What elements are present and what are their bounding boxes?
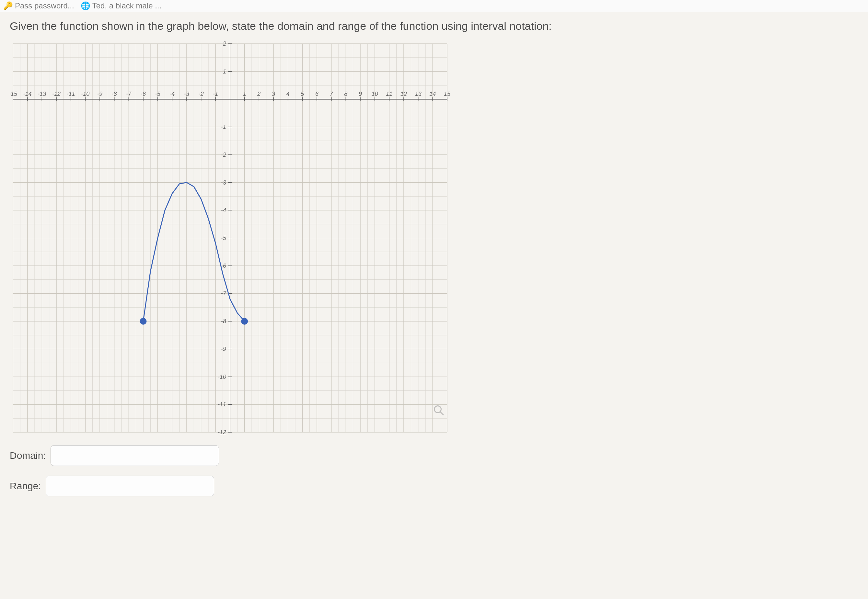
globe-icon: 🌐: [81, 1, 91, 11]
svg-text:-6: -6: [140, 91, 146, 97]
svg-point-228: [435, 406, 441, 412]
chart-svg: -15-14-13-12-11-10-9-8-7-6-5-4-3-2-11234…: [10, 41, 450, 435]
domain-row: Domain:: [10, 445, 858, 466]
svg-text:2: 2: [223, 41, 226, 47]
svg-text:-4: -4: [221, 207, 226, 214]
svg-text:-13: -13: [38, 91, 46, 97]
range-label: Range:: [10, 480, 41, 492]
domain-input[interactable]: [51, 445, 219, 466]
svg-text:10: 10: [371, 91, 378, 97]
svg-text:-9: -9: [221, 346, 226, 352]
svg-text:-10: -10: [81, 91, 89, 97]
svg-text:-12: -12: [218, 429, 226, 435]
svg-text:-5: -5: [221, 235, 226, 241]
svg-text:6: 6: [315, 91, 319, 97]
svg-text:7: 7: [330, 91, 334, 97]
svg-text:15: 15: [444, 91, 450, 97]
svg-text:-1: -1: [221, 124, 226, 130]
svg-text:-3: -3: [221, 179, 226, 185]
question-text: Given the function shown in the graph be…: [10, 18, 858, 34]
svg-text:4: 4: [287, 91, 290, 97]
magnify-icon[interactable]: [433, 405, 445, 416]
key-icon: 🔑: [3, 1, 13, 11]
svg-text:-8: -8: [221, 318, 226, 324]
svg-text:13: 13: [415, 91, 421, 97]
svg-text:2: 2: [257, 91, 261, 97]
svg-text:-12: -12: [52, 91, 60, 97]
svg-line-229: [440, 411, 444, 415]
svg-text:-15: -15: [10, 91, 18, 97]
svg-point-226: [140, 318, 146, 324]
svg-text:1: 1: [243, 91, 246, 97]
svg-text:-5: -5: [155, 91, 161, 97]
svg-text:-10: -10: [218, 373, 226, 380]
browser-bookmarks-strip: 🔑 Pass password... 🌐 Ted, a black male .…: [0, 0, 868, 12]
svg-text:-2: -2: [199, 91, 204, 97]
svg-text:8: 8: [344, 91, 347, 97]
svg-text:-4: -4: [169, 91, 175, 97]
svg-text:1: 1: [223, 68, 226, 74]
svg-text:11: 11: [386, 91, 392, 97]
svg-point-227: [242, 318, 248, 324]
svg-text:3: 3: [272, 91, 275, 97]
bookmark-label: Pass password...: [15, 1, 74, 11]
svg-text:-9: -9: [97, 91, 103, 97]
svg-text:-11: -11: [218, 401, 226, 408]
range-row: Range:: [10, 476, 858, 497]
domain-label: Domain:: [10, 450, 46, 461]
svg-text:-14: -14: [23, 91, 32, 97]
svg-text:5: 5: [301, 91, 304, 97]
range-input[interactable]: [46, 476, 214, 497]
svg-text:-3: -3: [184, 91, 189, 97]
svg-text:-2: -2: [221, 151, 226, 158]
bookmark-label: Ted, a black male ...: [92, 1, 162, 11]
question-content: Given the function shown in the graph be…: [0, 12, 868, 503]
answer-inputs: Domain: Range:: [10, 445, 858, 497]
svg-text:-11: -11: [67, 91, 75, 97]
bookmark-item[interactable]: 🔑 Pass password...: [3, 1, 74, 11]
function-graph: -15-14-13-12-11-10-9-8-7-6-5-4-3-2-11234…: [10, 41, 450, 435]
svg-text:-8: -8: [112, 91, 117, 97]
bookmark-item[interactable]: 🌐 Ted, a black male ...: [81, 1, 162, 11]
svg-text:14: 14: [429, 91, 436, 97]
svg-text:-7: -7: [126, 91, 131, 97]
svg-text:12: 12: [400, 91, 407, 97]
svg-text:-1: -1: [213, 91, 218, 97]
svg-text:9: 9: [359, 91, 362, 97]
svg-text:-7: -7: [221, 290, 226, 296]
